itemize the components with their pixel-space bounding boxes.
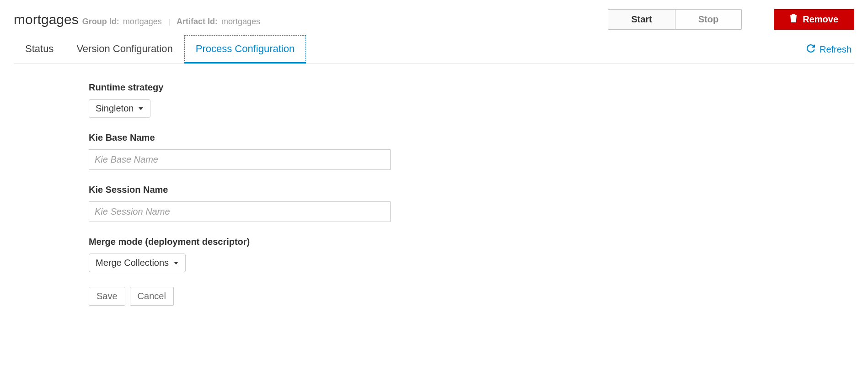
runtime-strategy-group: Runtime strategy Singleton [89,82,425,118]
start-button-label: Start [631,14,652,25]
trash-icon [790,14,797,25]
artifact-id-value: mortgages [221,17,260,26]
refresh-icon [807,44,815,55]
kie-session-group: Kie Session Name [89,185,425,222]
start-stop-group: Start Stop [608,9,742,30]
page-title: mortgages [14,12,79,27]
remove-button[interactable]: Remove [774,9,854,30]
kie-base-group: Kie Base Name [89,132,425,170]
header-actions: Start Stop Remove [608,9,854,30]
kie-session-label: Kie Session Name [89,185,425,195]
stop-button[interactable]: Stop [675,9,742,30]
tab-status[interactable]: Status [14,35,65,63]
kie-base-input[interactable] [89,149,391,170]
tabs-row: Status Version Configuration Process Con… [14,35,854,64]
save-button-label: Save [96,291,118,301]
refresh-label: Refresh [820,44,852,55]
chevron-down-icon [173,258,179,268]
start-button[interactable]: Start [608,9,675,30]
meta-divider: | [168,18,170,26]
runtime-strategy-label: Runtime strategy [89,82,425,93]
chevron-down-icon [138,103,144,114]
tabs: Status Version Configuration Process Con… [14,35,306,63]
tab-process-label: Process Configuration [196,43,295,54]
page-header: mortgages Group Id:mortgages | Artifact … [14,9,854,30]
merge-mode-group: Merge mode (deployment descriptor) Merge… [89,237,425,272]
cancel-button-label: Cancel [138,291,166,301]
merge-mode-label: Merge mode (deployment descriptor) [89,237,425,247]
tab-version-label: Version Configuration [76,43,172,54]
kie-session-input[interactable] [89,201,391,222]
remove-button-label: Remove [803,14,838,25]
header-title-block: mortgages Group Id:mortgages | Artifact … [14,12,260,27]
runtime-strategy-value: Singleton [96,103,134,114]
refresh-link[interactable]: Refresh [807,44,854,55]
group-id-value: mortgages [123,17,162,26]
kie-base-label: Kie Base Name [89,132,425,143]
merge-mode-select[interactable]: Merge Collections [89,254,186,272]
artifact-id-label: Artifact Id: [177,17,218,26]
merge-mode-value: Merge Collections [96,258,169,268]
cancel-button[interactable]: Cancel [130,287,174,306]
group-id-label: Group Id: [82,17,119,26]
form-actions: Save Cancel [89,287,425,306]
save-button[interactable]: Save [89,287,125,306]
tab-process-configuration[interactable]: Process Configuration [184,35,306,63]
tab-version-configuration[interactable]: Version Configuration [65,35,184,63]
tab-status-label: Status [25,43,54,54]
process-configuration-form: Runtime strategy Singleton Kie Base Name… [14,64,425,306]
stop-button-label: Stop [698,14,718,25]
runtime-strategy-select[interactable]: Singleton [89,99,150,118]
